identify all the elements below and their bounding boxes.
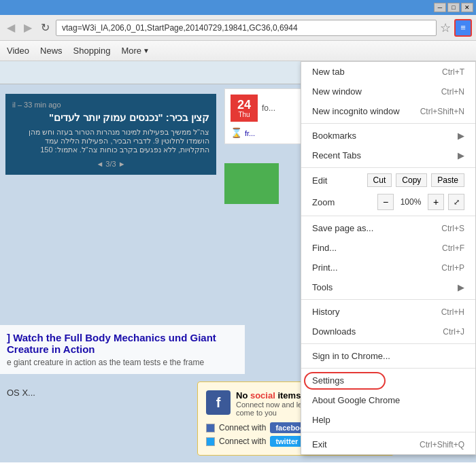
edit-row: Edit Cut Copy Paste xyxy=(301,170,475,190)
green-block xyxy=(224,163,279,204)
bottom-article-text: e giant creature in action as the team t… xyxy=(7,358,238,367)
menu-divider-6 xyxy=(301,368,475,369)
article-pagination[interactable]: ◄ 3/3 ► xyxy=(12,160,209,168)
article-title: קצין בכיר: "נכנסים עמוק יותר לעדים" xyxy=(12,112,209,124)
edit-label: Edit xyxy=(312,175,363,186)
twitter-button[interactable]: twitter xyxy=(270,436,303,447)
zoom-row: Zoom − 100% + ⤢ xyxy=(301,190,475,214)
menu-bookmarks[interactable]: Bookmarks ▶ xyxy=(301,126,475,146)
news-day: 24 xyxy=(237,99,251,111)
nav-news[interactable]: News xyxy=(40,46,63,56)
menu-divider-2 xyxy=(301,167,475,168)
menu-divider-4 xyxy=(301,299,475,300)
nav-video[interactable]: Video xyxy=(7,46,29,56)
page-content: +10K +1 Tw il – 33 min ago קצין בכיר: "נ… xyxy=(0,61,476,462)
zoom-label: Zoom xyxy=(312,197,373,207)
bottom-article: ] Watch the Full Body Mechanics und Gian… xyxy=(0,325,245,374)
menu-exit[interactable]: Exit Ctrl+Shift+Q xyxy=(301,435,475,454)
star-icon[interactable]: ☆ xyxy=(440,20,451,35)
fb-logo: f xyxy=(206,390,231,415)
article-tag: il – 33 min ago xyxy=(12,101,209,109)
article-card: il – 33 min ago קצין בכיר: "נכנסים עמוק … xyxy=(5,94,216,175)
menu-about[interactable]: About Google Chrome xyxy=(301,390,475,410)
cut-button[interactable]: Cut xyxy=(367,173,392,187)
reload-button[interactable]: ↻ xyxy=(38,21,52,34)
menu-find[interactable]: Find... Ctrl+F xyxy=(301,238,475,258)
zoom-minus-button[interactable]: − xyxy=(377,194,394,210)
menu-help[interactable]: Help xyxy=(301,410,475,430)
news-weekday: Thu xyxy=(238,111,250,118)
fb-checkbox[interactable] xyxy=(206,424,215,432)
menu-new-window[interactable]: New window Ctrl+N xyxy=(301,82,475,101)
menu-new-incognito[interactable]: New incognito window Ctrl+Shift+N xyxy=(301,101,475,121)
menu-button[interactable]: ≡ xyxy=(454,19,472,37)
zoom-fit-button[interactable]: ⤢ xyxy=(448,194,464,210)
bottom-article-title[interactable]: ] Watch the Full Body Mechanics und Gian… xyxy=(7,332,238,355)
back-button[interactable]: ◀ xyxy=(4,21,18,34)
menu-tools[interactable]: Tools ▶ xyxy=(301,277,475,297)
browser-window: ─ □ ✕ ◀ ▶ ↻ vtag=W3i_IA,206,0_01,StartPa… xyxy=(0,0,476,476)
news-date: 24 Thu xyxy=(231,95,258,122)
nav-shopping[interactable]: Shopping xyxy=(73,46,111,56)
menu-divider-1 xyxy=(301,123,475,124)
maximize-button[interactable]: □ xyxy=(447,3,460,12)
connect-with-label: Connect with xyxy=(219,423,266,432)
menu-recent-tabs[interactable]: Recent Tabs ▶ xyxy=(301,146,475,165)
copy-button[interactable]: Copy xyxy=(396,173,427,187)
dropdown-menu: New tab Ctrl+T New window Ctrl+N New inc… xyxy=(301,61,476,455)
title-bar: ─ □ ✕ xyxy=(0,0,476,15)
close-button[interactable]: ✕ xyxy=(461,3,473,12)
bottom-left-label: OS X... xyxy=(0,388,42,398)
forward-button[interactable]: ▶ xyxy=(21,21,35,34)
menu-divider-7 xyxy=(301,432,475,432)
zoom-value: 100% xyxy=(398,197,424,207)
menu-print[interactable]: Print... Ctrl+P xyxy=(301,258,475,277)
nav-bar: Video News Shopping More ▼ xyxy=(0,41,476,61)
connect-with-tw-label: Connect with xyxy=(219,437,266,446)
menu-downloads[interactable]: Downloads Ctrl+J xyxy=(301,322,475,341)
menu-divider-5 xyxy=(301,343,475,344)
article-body: צה"ל ממשיך בפעילות למינור מנהרות הטרור ב… xyxy=(12,128,209,154)
minimize-button[interactable]: ─ xyxy=(434,3,446,12)
menu-history[interactable]: History Ctrl+H xyxy=(301,302,475,322)
tw-checkbox[interactable] xyxy=(206,437,215,446)
news-text: fo... xyxy=(262,103,275,113)
paste-button[interactable]: Paste xyxy=(431,173,464,187)
menu-divider-3 xyxy=(301,216,475,216)
nav-more[interactable]: More ▼ xyxy=(121,46,150,56)
address-bar-row: ◀ ▶ ↻ vtag=W3i_IA,206,0_01,StartPage,201… xyxy=(0,15,476,41)
menu-save-page[interactable]: Save page as... Ctrl+S xyxy=(301,218,475,238)
address-input[interactable]: vtag=W3i_IA,206,0_01,StartPage,20140729,… xyxy=(56,20,437,36)
zoom-plus-button[interactable]: + xyxy=(428,194,444,210)
menu-settings[interactable]: Settings xyxy=(301,371,475,390)
menu-sign-in[interactable]: Sign in to Chrome... xyxy=(301,346,475,366)
menu-new-tab[interactable]: New tab Ctrl+T xyxy=(301,62,475,82)
